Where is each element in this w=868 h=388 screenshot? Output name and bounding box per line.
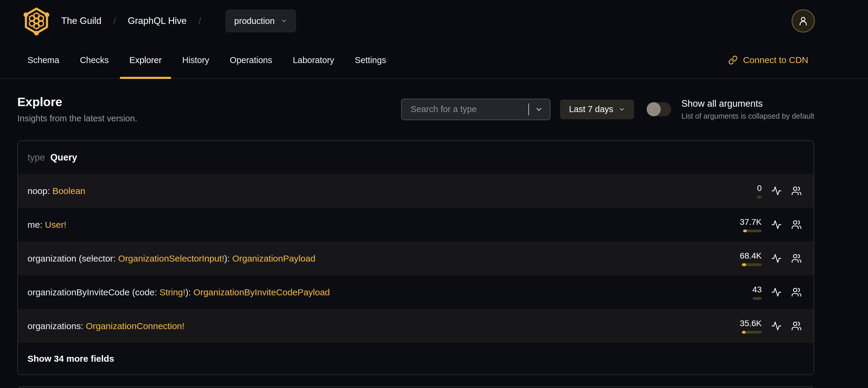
field-signature: organizations: OrganizationConnection! bbox=[28, 321, 184, 331]
field-row-organizations[interactable]: organizations: OrganizationConnection! 3… bbox=[18, 309, 814, 343]
field-signature: organization (selector: OrganizationSele… bbox=[28, 253, 315, 264]
usage-bar-fill bbox=[743, 230, 747, 232]
field-clients-button[interactable] bbox=[791, 219, 802, 230]
field-metrics: 35.6K bbox=[737, 319, 802, 334]
field-clients-button[interactable] bbox=[791, 287, 802, 297]
tab-settings[interactable]: Settings bbox=[345, 42, 396, 78]
user-menu-button[interactable] bbox=[792, 9, 815, 33]
type-name[interactable]: Query bbox=[51, 152, 78, 163]
date-range-button[interactable]: Last 7 days bbox=[560, 99, 634, 119]
usage-bar bbox=[742, 263, 762, 266]
field-signature: me: User! bbox=[28, 220, 66, 230]
field-signature: noop: Boolean bbox=[28, 186, 86, 196]
target-nav-tabs: Schema Checks Explorer History Operation… bbox=[0, 42, 868, 79]
chevron-down-icon[interactable] bbox=[535, 106, 543, 113]
chevron-down-icon bbox=[281, 18, 287, 24]
activity-icon bbox=[771, 219, 782, 230]
type-link[interactable]: String! bbox=[159, 287, 185, 297]
tab-schema[interactable]: Schema bbox=[18, 42, 69, 78]
usage-stack: 35.6K bbox=[737, 319, 762, 334]
field-activity-button[interactable] bbox=[771, 321, 782, 331]
field-clients-button[interactable] bbox=[791, 253, 802, 264]
field-metrics: 43 bbox=[737, 285, 802, 300]
field-signature: organizationByInviteCode (code: String!)… bbox=[28, 287, 330, 297]
type-kind-label: type bbox=[28, 152, 45, 163]
usage-stack: 0 bbox=[737, 183, 762, 199]
users-icon bbox=[791, 219, 802, 230]
toggle-subtitle: List of arguments is collapsed by defaul… bbox=[681, 112, 814, 120]
date-range-value: Last 7 days bbox=[569, 104, 613, 114]
field-clients-button[interactable] bbox=[791, 321, 802, 331]
field-row-me[interactable]: me: User! 37.7K bbox=[18, 208, 814, 241]
usage-stack: 37.7K bbox=[737, 217, 762, 232]
tab-operations[interactable]: Operations bbox=[220, 42, 282, 78]
activity-icon bbox=[771, 287, 782, 297]
type-link[interactable]: OrganizationByInviteCodePayload bbox=[193, 287, 330, 297]
usage-stack: 68.4K bbox=[737, 251, 762, 266]
usage-count: 37.7K bbox=[740, 217, 762, 227]
breadcrumb: The Guild / GraphQL Hive / production bbox=[61, 9, 296, 32]
chevron-down-icon bbox=[619, 106, 625, 113]
usage-bar bbox=[757, 196, 762, 199]
field-metrics: 37.7K bbox=[737, 217, 802, 232]
field-row-organizationByInviteCode[interactable]: organizationByInviteCode (code: String!)… bbox=[18, 275, 814, 309]
field-activity-button[interactable] bbox=[771, 186, 782, 196]
usage-stack: 43 bbox=[737, 285, 762, 300]
users-icon bbox=[791, 287, 802, 297]
combobox-divider bbox=[528, 103, 529, 115]
usage-count: 68.4K bbox=[740, 251, 762, 261]
activity-icon bbox=[771, 253, 782, 264]
type-link[interactable]: OrganizationPayload bbox=[232, 253, 315, 263]
field-metrics: 0 bbox=[737, 183, 802, 199]
breadcrumb-org[interactable]: The Guild bbox=[61, 16, 101, 26]
breadcrumb-project[interactable]: GraphQL Hive bbox=[128, 16, 187, 26]
page-title: Explore bbox=[17, 95, 137, 109]
usage-bar-fill bbox=[742, 263, 746, 266]
show-all-arguments-toggle[interactable] bbox=[647, 102, 671, 116]
type-link[interactable]: OrganizationConnection! bbox=[86, 321, 184, 331]
field-activity-button[interactable] bbox=[771, 253, 782, 264]
usage-bar bbox=[743, 230, 762, 232]
page-head-text: Explore Insights from the latest version… bbox=[17, 95, 137, 123]
field-activity-button[interactable] bbox=[771, 287, 782, 297]
type-search-placeholder: Search for a type bbox=[411, 104, 528, 114]
show-more-fields-button[interactable]: Show 34 more fields bbox=[18, 343, 814, 375]
users-icon bbox=[791, 186, 802, 196]
field-metrics: 68.4K bbox=[737, 251, 802, 266]
toggle-title: Show all arguments bbox=[681, 98, 814, 109]
tab-history[interactable]: History bbox=[173, 42, 219, 78]
type-link[interactable]: Boolean bbox=[52, 186, 85, 196]
app-header: The Guild / GraphQL Hive / production bbox=[0, 0, 868, 42]
usage-bar bbox=[753, 297, 762, 300]
activity-icon bbox=[771, 186, 782, 196]
tab-laboratory[interactable]: Laboratory bbox=[283, 42, 344, 78]
field-row-noop[interactable]: noop: Boolean 0 bbox=[18, 174, 814, 208]
usage-count: 0 bbox=[757, 183, 762, 193]
field-row-organization[interactable]: organization (selector: OrganizationSele… bbox=[18, 241, 814, 275]
usage-bar bbox=[742, 331, 762, 334]
explorer-page: Explore Insights from the latest version… bbox=[0, 95, 868, 388]
explorer-controls: Search for a type Last 7 days Show all a… bbox=[401, 98, 814, 120]
usage-count: 43 bbox=[752, 285, 762, 294]
type-link[interactable]: OrganizationSelectorInput! bbox=[118, 253, 224, 263]
next-type-card bbox=[17, 387, 814, 388]
field-activity-button[interactable] bbox=[771, 219, 782, 230]
target-selector-value: production bbox=[234, 16, 275, 26]
connect-to-cdn-link[interactable]: Connect to CDN bbox=[728, 55, 808, 65]
type-card-query: type Query noop: Boolean 0 me: User! 37.… bbox=[17, 140, 814, 375]
field-clients-button[interactable] bbox=[791, 186, 802, 196]
type-search-combobox[interactable]: Search for a type bbox=[401, 99, 551, 120]
users-icon bbox=[791, 253, 802, 264]
page-head: Explore Insights from the latest version… bbox=[17, 95, 814, 123]
type-card-header: type Query bbox=[18, 141, 814, 174]
tab-checks[interactable]: Checks bbox=[70, 42, 118, 78]
type-link[interactable]: User! bbox=[45, 220, 66, 230]
usage-count: 35.6K bbox=[740, 319, 762, 328]
breadcrumb-separator: / bbox=[113, 16, 116, 26]
usage-bar-fill bbox=[742, 331, 746, 334]
target-selector-button[interactable]: production bbox=[225, 9, 296, 32]
tab-explorer[interactable]: Explorer bbox=[120, 42, 171, 78]
users-icon bbox=[791, 321, 802, 331]
toggle-labels: Show all arguments List of arguments is … bbox=[681, 98, 814, 120]
activity-icon bbox=[771, 321, 782, 331]
